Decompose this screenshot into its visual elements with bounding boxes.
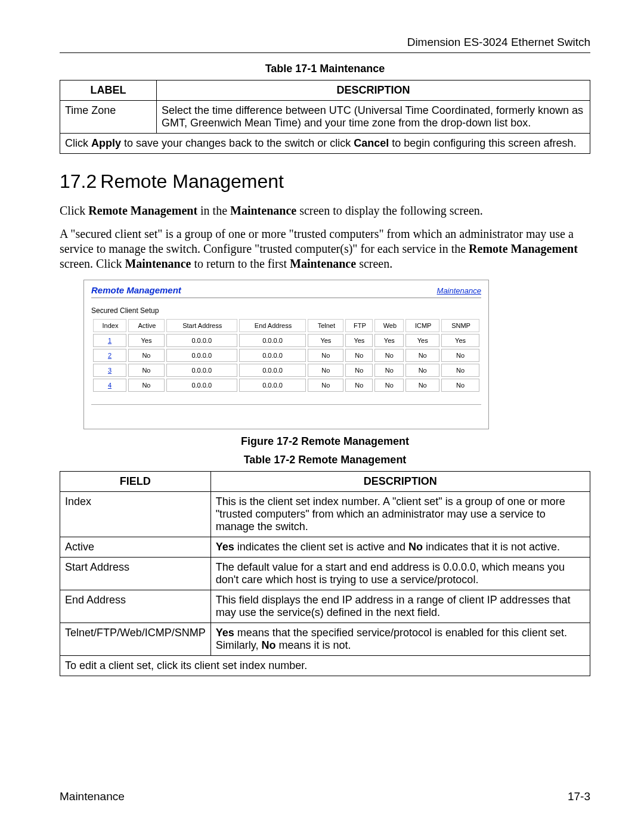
running-head: Dimension ES-3024 Ethernet Switch bbox=[60, 36, 590, 49]
t2r3-field: Start Address bbox=[60, 558, 211, 590]
index-link-1[interactable]: 1 bbox=[108, 337, 112, 344]
r1-telnet: Yes bbox=[308, 334, 343, 347]
shot-header-row: Index Active Start Address End Address T… bbox=[93, 319, 479, 332]
index-link-2[interactable]: 2 bbox=[108, 352, 112, 359]
th-label: LABEL bbox=[60, 80, 157, 101]
t2r5-desc: Yes means that the specified service/pro… bbox=[210, 623, 590, 656]
col-index: Index bbox=[93, 319, 126, 332]
r2-active: No bbox=[128, 349, 165, 362]
r1-snmp: Yes bbox=[441, 334, 479, 347]
r1-active: Yes bbox=[128, 334, 165, 347]
r3-start: 0.0.0.0 bbox=[166, 364, 237, 377]
remote-management-screenshot: Remote Management Maintenance Secured Cl… bbox=[83, 280, 489, 429]
footer-right: 17-3 bbox=[568, 790, 590, 803]
r1-start: 0.0.0.0 bbox=[166, 334, 237, 347]
t2r4-desc: This field displays the end IP address i… bbox=[210, 590, 590, 623]
r3-ftp: No bbox=[345, 364, 373, 377]
cell-apply-note: Click Apply to save your changes back to… bbox=[60, 134, 590, 154]
r2-telnet: No bbox=[308, 349, 343, 362]
r2-ftp: No bbox=[345, 349, 373, 362]
r4-snmp: No bbox=[441, 379, 479, 392]
r3-snmp: No bbox=[441, 364, 479, 377]
paragraph-1: Click Remote Management in the Maintenan… bbox=[60, 203, 590, 218]
r1-icmp: Yes bbox=[405, 334, 439, 347]
footer: Maintenance 17-3 bbox=[60, 790, 590, 803]
r2-start: 0.0.0.0 bbox=[166, 349, 237, 362]
r2-web: No bbox=[374, 349, 404, 362]
r4-start: 0.0.0.0 bbox=[166, 379, 237, 392]
r4-end: 0.0.0.0 bbox=[239, 379, 306, 392]
secured-client-table: Index Active Start Address End Address T… bbox=[91, 317, 481, 394]
paragraph-2: A "secured client set" is a group of one… bbox=[60, 227, 590, 271]
t2r3-desc: The default value for a start and end ad… bbox=[210, 558, 590, 590]
shot-row-4: 4 No 0.0.0.0 0.0.0.0 No No No No No bbox=[93, 379, 479, 392]
shot-maintenance-link[interactable]: Maintenance bbox=[437, 286, 481, 295]
cell-timezone-label: Time Zone bbox=[60, 101, 157, 134]
th2-desc: DESCRIPTION bbox=[210, 472, 590, 492]
shot-row-1: 1 Yes 0.0.0.0 0.0.0.0 Yes Yes Yes Yes Ye… bbox=[93, 334, 479, 347]
table1-caption: Table 17-1 Maintenance bbox=[60, 63, 590, 75]
top-rule bbox=[60, 52, 590, 53]
col-icmp: ICMP bbox=[405, 319, 439, 332]
t2r5-field: Telnet/FTP/Web/ICMP/SNMP bbox=[60, 623, 211, 656]
table-maintenance: LABEL DESCRIPTION Time Zone Select the t… bbox=[60, 80, 590, 154]
t2r1-desc: This is the client set index number. A "… bbox=[210, 492, 590, 537]
index-link-4[interactable]: 4 bbox=[108, 382, 112, 389]
shot-title: Remote Management bbox=[91, 285, 181, 295]
footer-left: Maintenance bbox=[60, 790, 125, 803]
r3-web: No bbox=[374, 364, 404, 377]
r1-ftp: Yes bbox=[345, 334, 373, 347]
r4-icmp: No bbox=[405, 379, 439, 392]
shot-row-2: 2 No 0.0.0.0 0.0.0.0 No No No No No bbox=[93, 349, 479, 362]
r4-active: No bbox=[128, 379, 165, 392]
t2r1-field: Index bbox=[60, 492, 211, 537]
r4-telnet: No bbox=[308, 379, 343, 392]
r4-web: No bbox=[374, 379, 404, 392]
r2-end: 0.0.0.0 bbox=[239, 349, 306, 362]
r3-active: No bbox=[128, 364, 165, 377]
t2r2-field: Active bbox=[60, 537, 211, 558]
r3-icmp: No bbox=[405, 364, 439, 377]
t2-span-note: To edit a client set, click its client s… bbox=[60, 656, 590, 676]
r4-ftp: No bbox=[345, 379, 373, 392]
shot-row-3: 3 No 0.0.0.0 0.0.0.0 No No No No No bbox=[93, 364, 479, 377]
col-active: Active bbox=[128, 319, 165, 332]
col-start: Start Address bbox=[166, 319, 237, 332]
section-heading: 17.2Remote Management bbox=[60, 171, 590, 193]
shot-bottom-rule bbox=[91, 404, 481, 405]
figure-caption: Figure 17-2 Remote Management bbox=[60, 435, 590, 448]
col-snmp: SNMP bbox=[441, 319, 479, 332]
r2-snmp: No bbox=[441, 349, 479, 362]
t2r2-desc: Yes indicates the client set is active a… bbox=[210, 537, 590, 558]
table-remote-management: FIELD DESCRIPTION Index This is the clie… bbox=[60, 471, 590, 676]
r1-web: Yes bbox=[374, 334, 404, 347]
cell-timezone-desc: Select the time difference between UTC (… bbox=[157, 101, 590, 134]
col-web: Web bbox=[374, 319, 404, 332]
col-telnet: Telnet bbox=[308, 319, 343, 332]
section-number: 17.2 bbox=[60, 171, 97, 192]
t2r4-field: End Address bbox=[60, 590, 211, 623]
th-desc: DESCRIPTION bbox=[157, 80, 590, 101]
shot-subtitle: Secured Client Setup bbox=[91, 306, 481, 315]
r3-telnet: No bbox=[308, 364, 343, 377]
r1-end: 0.0.0.0 bbox=[239, 334, 306, 347]
col-end: End Address bbox=[239, 319, 306, 332]
r2-icmp: No bbox=[405, 349, 439, 362]
r3-end: 0.0.0.0 bbox=[239, 364, 306, 377]
section-title: Remote Management bbox=[100, 171, 284, 192]
th2-field: FIELD bbox=[60, 472, 211, 492]
table2-caption: Table 17-2 Remote Management bbox=[60, 454, 590, 466]
index-link-3[interactable]: 3 bbox=[108, 367, 112, 374]
col-ftp: FTP bbox=[345, 319, 373, 332]
